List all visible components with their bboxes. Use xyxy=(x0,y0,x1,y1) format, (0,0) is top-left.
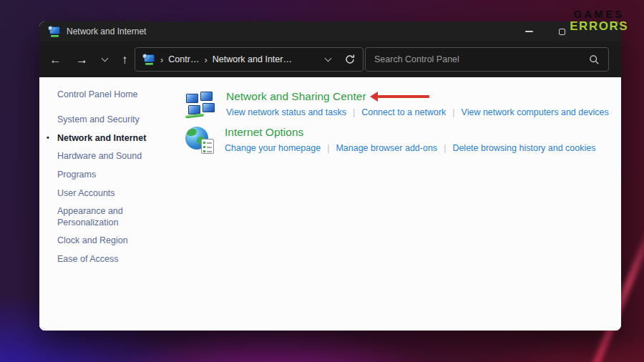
sidebar-item-hardware-and-sound[interactable]: Hardware and Sound xyxy=(57,151,161,162)
link-separator: | xyxy=(327,143,329,153)
search-bar[interactable] xyxy=(365,47,609,72)
sidebar-item-control-panel-home[interactable]: Control Panel Home xyxy=(57,89,186,99)
red-arrow-annotation xyxy=(378,95,429,98)
breadcrumb-separator: › xyxy=(204,54,207,65)
link-view-network-status-and-tasks[interactable]: View network status and tasks xyxy=(226,107,346,117)
link-view-network-computers-and-devices[interactable]: View network computers and devices xyxy=(462,107,609,117)
search-icon[interactable] xyxy=(589,54,600,65)
link-separator: | xyxy=(444,143,446,153)
logo-line-games: GAMES xyxy=(570,9,628,20)
section-network-and-sharing-center: Network and Sharing Center View network … xyxy=(185,89,617,118)
breadcrumb-network-and-internet[interactable]: Network and Inter… xyxy=(213,54,292,64)
title-bar[interactable]: Network and Internet xyxy=(39,21,621,41)
control-panel-search-input[interactable] xyxy=(374,54,589,64)
section-title-network-and-sharing-center[interactable]: Network and Sharing Center xyxy=(226,90,366,103)
maximize-button[interactable] xyxy=(559,29,565,35)
link-separator: | xyxy=(353,107,355,117)
refresh-icon[interactable] xyxy=(344,54,356,65)
link-separator: | xyxy=(452,107,454,117)
content-area: Control Panel Home System and Security •… xyxy=(39,77,621,331)
control-panel-window: Network and Internet ← → ↑ › Contr… › Ne… xyxy=(39,21,621,331)
forward-button[interactable]: → xyxy=(76,54,88,66)
sidebar-item-network-and-internet[interactable]: • Network and Internet xyxy=(57,133,161,145)
sidebar: Control Panel Home System and Security •… xyxy=(39,77,186,273)
address-chevron-down-icon[interactable] xyxy=(325,54,332,62)
link-delete-browsing-history-and-cookies[interactable]: Delete browsing history and cookies xyxy=(452,143,595,153)
link-manage-browser-add-ons[interactable]: Manage browser add-ons xyxy=(336,143,437,153)
sidebar-item-ease-of-access[interactable]: Ease of Access xyxy=(57,254,161,265)
section-title-internet-options[interactable]: Internet Options xyxy=(225,126,303,139)
sidebar-item-appearance-and-personalization[interactable]: Appearance and Personalization xyxy=(57,206,161,228)
minimize-button[interactable] xyxy=(525,31,533,32)
games-errors-logo: GAMES ERRORS xyxy=(570,9,628,33)
logo-line-errors: ERRORS xyxy=(570,20,628,33)
back-button[interactable]: ← xyxy=(49,54,62,66)
sidebar-item-label: Network and Internet xyxy=(57,133,146,143)
link-connect-to-a-network[interactable]: Connect to a network xyxy=(361,107,446,117)
up-button[interactable]: ↑ xyxy=(122,54,128,66)
main-panel: Network and Sharing Center View network … xyxy=(185,77,617,161)
address-bar[interactable]: › Contr… › Network and Inter… xyxy=(135,47,364,72)
link-change-your-homepage[interactable]: Change your homepage xyxy=(225,143,321,153)
breadcrumb-control-panel[interactable]: Contr… xyxy=(168,54,199,64)
sidebar-item-programs[interactable]: Programs xyxy=(57,170,161,181)
active-item-bullet: • xyxy=(47,133,49,143)
network-sharing-center-icon[interactable] xyxy=(185,91,215,118)
network-monitor-icon xyxy=(142,54,155,65)
internet-options-globe-icon[interactable] xyxy=(185,127,214,154)
sidebar-item-system-and-security[interactable]: System and Security xyxy=(57,114,161,126)
network-monitor-icon xyxy=(48,26,61,37)
section-internet-options: Internet Options Change your homepage|Ma… xyxy=(185,125,617,154)
window-title: Network and Internet xyxy=(67,26,146,36)
recent-pages-chevron-down-icon[interactable] xyxy=(102,54,109,62)
breadcrumb-separator: › xyxy=(160,54,163,65)
sidebar-item-user-accounts[interactable]: User Accounts xyxy=(57,188,161,200)
sidebar-item-clock-and-region[interactable]: Clock and Region xyxy=(57,235,161,247)
navigation-toolbar: ← → ↑ › Contr… › Network and Inter… xyxy=(39,41,621,77)
